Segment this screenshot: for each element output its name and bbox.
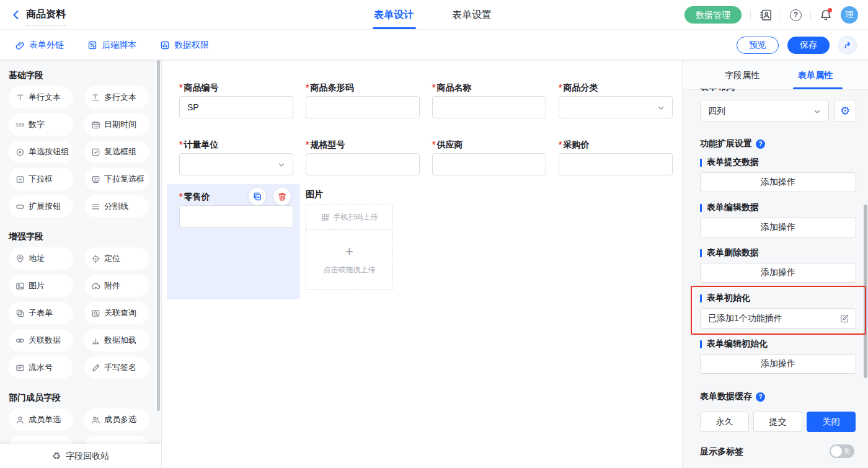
multi-dropdown-icon bbox=[91, 175, 100, 184]
tab-form-design[interactable]: 表单设计 bbox=[374, 0, 414, 30]
sidebar-item-下拉框[interactable]: 下拉框 bbox=[9, 168, 73, 190]
field-pill-label: 分割线 bbox=[104, 201, 128, 212]
add-operation-button[interactable]: 添加操作 bbox=[700, 218, 856, 237]
sidebar-item-关联数据[interactable]: 关联数据 bbox=[9, 329, 73, 351]
section-accent-bar bbox=[700, 294, 702, 302]
sidebar-item-单行文本[interactable]: 单行文本 bbox=[9, 86, 73, 108]
field-label: *商品编号 bbox=[179, 81, 293, 96]
sidebar-item-关联查询[interactable]: 关联查询 bbox=[84, 302, 149, 324]
sidebar-item-成员多选[interactable]: 成员多选 bbox=[84, 408, 149, 431]
sidebar-item-流水号[interactable]: 流水号 bbox=[9, 356, 73, 379]
save-button[interactable]: 保存 bbox=[787, 37, 830, 54]
divider bbox=[810, 11, 811, 20]
sidebar-item-数据加载[interactable]: 数据加载 bbox=[84, 329, 149, 351]
tab-form-properties[interactable]: 表单属性 bbox=[798, 60, 833, 90]
edit-icon[interactable] bbox=[839, 314, 849, 324]
back-icon[interactable] bbox=[10, 9, 22, 21]
delete-field-button[interactable] bbox=[273, 188, 291, 205]
field-select[interactable] bbox=[559, 96, 673, 118]
toolbar-link-label: 表单外链 bbox=[29, 40, 64, 51]
toolbar-link-数据权限[interactable]: 数据权限 bbox=[160, 40, 209, 51]
click-or-drag-upload[interactable]: + 点击或拖拽上传 bbox=[306, 230, 392, 289]
active-tab-underline bbox=[793, 87, 843, 89]
field-input[interactable] bbox=[432, 96, 546, 118]
plugin-summary-field[interactable]: 已添加1个功能插件 bbox=[700, 308, 856, 329]
canvas-field-采购价[interactable]: *采购价 bbox=[559, 138, 673, 175]
retail-price-input[interactable] bbox=[179, 205, 293, 227]
sidebar-item-定位[interactable]: 定位 bbox=[84, 247, 149, 270]
selected-field-retail-price[interactable]: *零售价 bbox=[167, 184, 300, 299]
sidebar-item-单选按钮组[interactable]: 单选按钮组 bbox=[9, 141, 73, 163]
sidebar-item-数字[interactable]: 123数字 bbox=[9, 113, 73, 136]
sidebar-item-复选框组[interactable]: 复选框组 bbox=[84, 141, 149, 163]
sidebar-scrollbar[interactable] bbox=[157, 60, 160, 411]
toggle-knob bbox=[831, 446, 842, 457]
panel-scrollbar[interactable] bbox=[864, 205, 867, 378]
canvas-field-供应商[interactable]: *供应商 bbox=[432, 138, 546, 175]
required-asterisk: * bbox=[432, 82, 435, 92]
field-input[interactable]: SP bbox=[179, 96, 293, 118]
sidebar-item-扩展按钮[interactable]: 扩展按钮 bbox=[9, 195, 73, 218]
canvas-field-商品名称[interactable]: *商品名称 bbox=[432, 81, 546, 118]
form-layout-select[interactable]: 四列 bbox=[700, 100, 829, 122]
contacts-book-icon[interactable] bbox=[760, 9, 772, 21]
field-input[interactable] bbox=[306, 96, 420, 118]
field-pill-label: 数字 bbox=[29, 119, 45, 130]
add-operation-button[interactable]: 添加操作 bbox=[700, 354, 856, 374]
cache-option-提交[interactable]: 提交 bbox=[753, 412, 802, 432]
user-avatar[interactable]: 理 bbox=[841, 6, 858, 24]
field-input[interactable] bbox=[306, 153, 420, 175]
page-title[interactable]: 商品资料 bbox=[26, 8, 66, 26]
sidebar-item-分割线[interactable]: 分割线 bbox=[84, 195, 149, 218]
canvas-field-计量单位[interactable]: *计量单位 bbox=[179, 138, 293, 175]
cache-option-关闭[interactable]: 关闭 bbox=[807, 412, 856, 432]
toolbar-link-后端脚本[interactable]: 后端脚本 bbox=[87, 40, 136, 51]
help-icon[interactable]: ? bbox=[790, 9, 802, 21]
sidebar-item-下拉复选框[interactable]: 下拉复选框 bbox=[84, 168, 149, 190]
script-icon bbox=[87, 40, 97, 50]
canvas-field-商品分类[interactable]: *商品分类 bbox=[559, 81, 673, 118]
sidebar-item-日期时间[interactable]: 日期时间 bbox=[84, 113, 149, 136]
sidebar-item-图片[interactable]: 图片 bbox=[9, 275, 73, 297]
preview-button[interactable]: 预览 bbox=[737, 37, 779, 54]
tab-field-properties[interactable]: 字段属性 bbox=[725, 60, 760, 90]
divider bbox=[781, 11, 781, 20]
section-title-text: 表单编辑初始化 bbox=[707, 338, 768, 350]
field-pill-label: 关联数据 bbox=[29, 335, 61, 346]
toolbar-link-label: 数据权限 bbox=[174, 40, 209, 51]
multi-tab-toggle[interactable]: 关 bbox=[830, 444, 854, 458]
field-input[interactable] bbox=[559, 153, 673, 175]
canvas-field-商品条形码[interactable]: *商品条形码 bbox=[306, 81, 420, 118]
layout-settings-button[interactable]: ⚙ bbox=[834, 100, 856, 122]
sidebar-item-子表单[interactable]: 子表单 bbox=[9, 302, 73, 324]
copy-field-button[interactable] bbox=[249, 188, 266, 205]
canvas-field-商品编号[interactable]: *商品编号SP bbox=[179, 81, 293, 118]
data-manage-button[interactable]: 数据管理 bbox=[684, 6, 742, 24]
canvas-field-规格型号[interactable]: *规格型号 bbox=[306, 138, 420, 175]
radio-group-icon bbox=[16, 148, 25, 157]
field-pill-label: 数据加载 bbox=[104, 335, 136, 346]
sidebar-item-地址[interactable]: 地址 bbox=[9, 247, 73, 270]
plugin-summary-text: 已添加1个功能插件 bbox=[708, 313, 839, 324]
share-button[interactable] bbox=[838, 36, 857, 55]
field-label-text: 计量单位 bbox=[184, 139, 218, 149]
tab-form-settings[interactable]: 表单设置 bbox=[452, 0, 492, 30]
field-pill-label: 日期时间 bbox=[104, 119, 136, 130]
sidebar-item-成员单选[interactable]: 成员单选 bbox=[9, 408, 73, 431]
field-select[interactable] bbox=[179, 153, 293, 175]
scan-qr-upload[interactable]: 手机扫码上传 bbox=[306, 205, 392, 230]
notification-bell-icon[interactable] bbox=[820, 9, 832, 21]
section-accent-bar bbox=[700, 340, 702, 348]
cache-option-永久[interactable]: 永久 bbox=[700, 412, 749, 432]
toolbar-link-表单外链[interactable]: 表单外链 bbox=[15, 40, 64, 51]
field-input[interactable] bbox=[432, 153, 546, 175]
sidebar-item-附件[interactable]: 附件 bbox=[84, 275, 149, 297]
sidebar-item-多行文本[interactable]: 多行文本 bbox=[84, 86, 149, 108]
help-question-icon[interactable]: ? bbox=[756, 392, 765, 402]
field-recycle-bin[interactable]: ♻ 字段回收站 bbox=[0, 444, 161, 468]
sidebar-item-手写签名[interactable]: 手写签名 bbox=[84, 356, 149, 379]
help-question-icon[interactable]: ? bbox=[756, 139, 765, 149]
member-single-icon bbox=[16, 415, 25, 425]
add-operation-button[interactable]: 添加操作 bbox=[700, 263, 856, 283]
add-operation-button[interactable]: 添加操作 bbox=[700, 172, 856, 192]
